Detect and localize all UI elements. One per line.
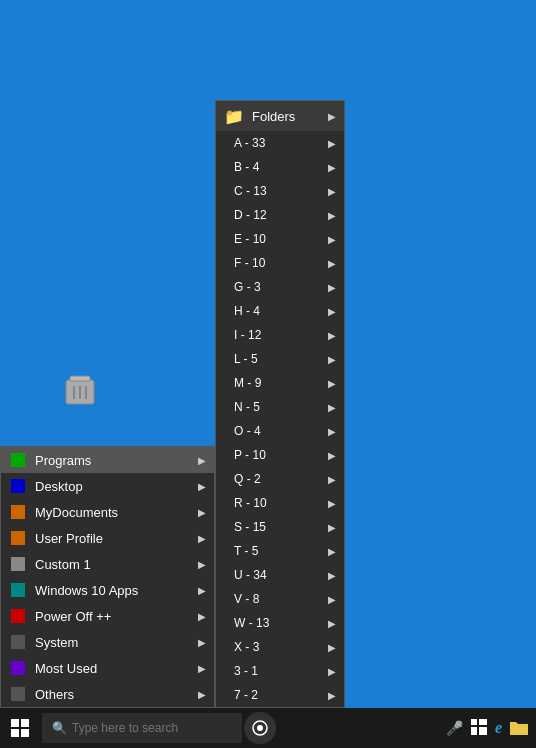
folder-arrow-8: ▶ [328,330,336,341]
folder-arrow-0: ▶ [328,138,336,149]
folder-label-20: W - 13 [234,616,328,630]
folder-arrow-20: ▶ [328,618,336,629]
edge-icon[interactable]: e [495,719,502,737]
folder-item-7[interactable]: H - 4▶ [216,299,344,323]
folder-item-15[interactable]: R - 10▶ [216,491,344,515]
menu-icon-mostused [9,659,27,677]
folder-label-19: V - 8 [234,592,328,606]
folder-label-18: U - 34 [234,568,328,582]
explorer-icon[interactable] [510,719,528,738]
cortana-button[interactable] [244,712,276,744]
mic-icon[interactable]: 🎤 [446,720,463,736]
folders-header-label: Folders [252,109,295,124]
folder-item-18[interactable]: U - 34▶ [216,563,344,587]
menu-item-userprofile[interactable]: User Profile▶ [1,525,214,551]
menu-label-custom1: Custom 1 [35,557,198,572]
folder-item-8[interactable]: I - 12▶ [216,323,344,347]
menu-item-system[interactable]: System▶ [1,629,214,655]
folder-item-11[interactable]: N - 5▶ [216,395,344,419]
menu-arrow-programs: ▶ [198,455,206,466]
folder-item-1[interactable]: B - 4▶ [216,155,344,179]
context-menu-folders: 📁Folders▶A - 33▶B - 4▶C - 13▶D - 12▶E - … [215,100,345,708]
task-view-icon[interactable] [471,719,487,738]
folder-item-12[interactable]: O - 4▶ [216,419,344,443]
menu-arrow-mostused: ▶ [198,663,206,674]
menu-arrow-userprofile: ▶ [198,533,206,544]
svg-rect-1 [70,376,90,381]
menu-icon-others [9,685,27,703]
svg-rect-12 [479,719,487,725]
folder-label-13: P - 10 [234,448,328,462]
folder-label-15: R - 10 [234,496,328,510]
folders-header-arrow: ▶ [328,111,336,122]
folder-item-17[interactable]: T - 5▶ [216,539,344,563]
menu-item-mostused[interactable]: Most Used▶ [1,655,214,681]
folder-label-23: 7 - 2 [234,688,328,702]
taskbar-search-bar[interactable]: 🔍 [42,713,242,743]
folder-item-10[interactable]: M - 9▶ [216,371,344,395]
menu-label-system: System [35,635,198,650]
folder-arrow-22: ▶ [328,666,336,677]
recycle-bin-icon [45,370,115,410]
menu-icon-userprofile [9,529,27,547]
folder-item-23[interactable]: 7 - 2▶ [216,683,344,707]
folder-item-19[interactable]: V - 8▶ [216,587,344,611]
folder-arrow-9: ▶ [328,354,336,365]
menu-arrow-others: ▶ [198,689,206,700]
folder-item-13[interactable]: P - 10▶ [216,443,344,467]
folder-arrow-11: ▶ [328,402,336,413]
svg-rect-11 [471,719,477,725]
menu-icon-mydocuments [9,503,27,521]
folder-arrow-10: ▶ [328,378,336,389]
folder-label-14: Q - 2 [234,472,328,486]
menu-icon-poweroff [9,607,27,625]
folder-label-8: I - 12 [234,328,328,342]
menu-item-mydocuments[interactable]: MyDocuments▶ [1,499,214,525]
menu-item-poweroff[interactable]: Power Off ++▶ [1,603,214,629]
menu-icon-system [9,633,27,651]
menu-arrow-win10apps: ▶ [198,585,206,596]
folder-item-9[interactable]: L - 5▶ [216,347,344,371]
taskbar: 🔍 🎤 e [0,708,536,748]
folder-item-6[interactable]: G - 3▶ [216,275,344,299]
folder-item-2[interactable]: C - 13▶ [216,179,344,203]
menu-icon-win10apps [9,581,27,599]
menu-arrow-custom1: ▶ [198,559,206,570]
menu-label-mostused: Most Used [35,661,198,676]
folder-label-6: G - 3 [234,280,328,294]
folder-arrow-14: ▶ [328,474,336,485]
folder-item-4[interactable]: E - 10▶ [216,227,344,251]
folder-arrow-15: ▶ [328,498,336,509]
search-input[interactable] [72,721,222,735]
menu-item-win10apps[interactable]: Windows 10 Apps▶ [1,577,214,603]
folder-arrow-2: ▶ [328,186,336,197]
menu-label-desktop: Desktop [35,479,198,494]
folder-item-3[interactable]: D - 12▶ [216,203,344,227]
folder-item-16[interactable]: S - 15▶ [216,515,344,539]
folder-item-20[interactable]: W - 13▶ [216,611,344,635]
menu-label-poweroff: Power Off ++ [35,609,198,624]
menu-item-desktop[interactable]: Desktop▶ [1,473,214,499]
folder-label-22: 3 - 1 [234,664,328,678]
menu-label-others: Others [35,687,198,702]
folder-item-5[interactable]: F - 10▶ [216,251,344,275]
menu-item-programs[interactable]: Programs▶ [1,447,214,473]
start-button[interactable] [0,708,40,748]
folder-label-10: M - 9 [234,376,328,390]
folder-arrow-5: ▶ [328,258,336,269]
menu-item-custom1[interactable]: Custom 1▶ [1,551,214,577]
folder-label-5: F - 10 [234,256,328,270]
folder-item-22[interactable]: 3 - 1▶ [216,659,344,683]
folder-item-14[interactable]: Q - 2▶ [216,467,344,491]
menu-arrow-mydocuments: ▶ [198,507,206,518]
folder-item-21[interactable]: X - 3▶ [216,635,344,659]
menu-item-others[interactable]: Others▶ [1,681,214,707]
menu-icon-desktop [9,477,27,495]
folder-item-0[interactable]: A - 33▶ [216,131,344,155]
folder-arrow-1: ▶ [328,162,336,173]
folder-arrow-7: ▶ [328,306,336,317]
folder-arrow-18: ▶ [328,570,336,581]
menu-label-win10apps: Windows 10 Apps [35,583,198,598]
folder-arrow-13: ▶ [328,450,336,461]
folder-arrow-21: ▶ [328,642,336,653]
